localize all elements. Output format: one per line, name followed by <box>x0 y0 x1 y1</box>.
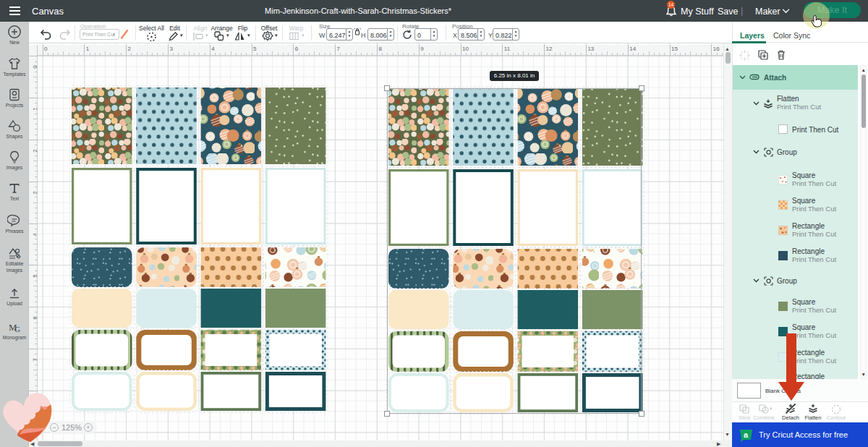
svg-text:G: G <box>14 325 20 333</box>
svg-text:a: a <box>744 430 749 439</box>
